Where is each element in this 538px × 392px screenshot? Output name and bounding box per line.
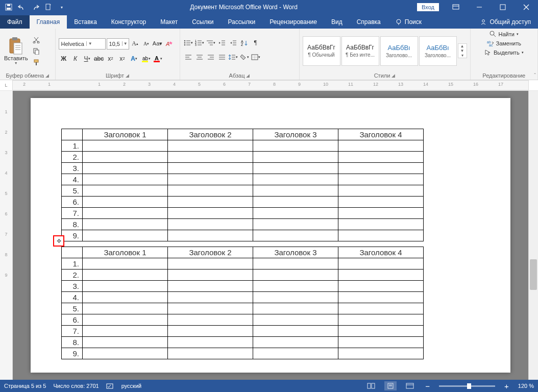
table-row-num[interactable]: 1. (62, 258, 83, 270)
qat-customize-icon[interactable]: ▾ (56, 2, 67, 13)
undo-icon[interactable] (16, 2, 28, 13)
status-words[interactable]: Число слов: 2701 (53, 383, 99, 389)
italic-button[interactable]: К (70, 54, 81, 64)
table-row-num[interactable]: 5. (62, 303, 83, 314)
select-button[interactable]: Выделить▾ (483, 48, 525, 57)
page-scroll[interactable]: Заголовок 1Заголовок 2Заголовок 3Заголов… (13, 91, 528, 380)
view-read-icon[interactable] (365, 381, 377, 390)
grow-font-icon[interactable]: A▴ (130, 39, 140, 49)
change-case-icon[interactable]: Aa▾ (153, 39, 163, 49)
table-row-num[interactable]: 8. (62, 219, 83, 230)
tab-help[interactable]: Справка (350, 15, 388, 29)
table-header[interactable]: Заголовок 2 (168, 129, 253, 140)
superscript-icon[interactable]: x2 (117, 54, 128, 64)
clear-format-icon[interactable]: A (164, 39, 174, 49)
style-heading1[interactable]: АаБбВıЗаголово... (380, 36, 418, 66)
borders-icon[interactable]: ▾ (251, 52, 261, 62)
tab-insert[interactable]: Вставка (67, 15, 104, 29)
tab-layout[interactable]: Макет (153, 15, 185, 29)
minimize-icon[interactable] (468, 0, 491, 14)
paste-button[interactable]: Вставить ▼ (3, 36, 29, 66)
show-marks-icon[interactable]: ¶ (251, 38, 261, 48)
cut-icon[interactable] (31, 35, 41, 45)
tab-review[interactable]: Рецензирование (262, 15, 324, 29)
table-row-num[interactable]: 6. (62, 197, 83, 208)
numbering-icon[interactable]: 123▾ (194, 38, 205, 48)
zoom-slider[interactable] (439, 385, 495, 387)
table-row-num[interactable]: 7. (62, 326, 83, 337)
table-row-num[interactable]: 3. (62, 163, 83, 174)
table-row-num[interactable]: 2. (62, 152, 83, 163)
table-row-num[interactable]: 9. (62, 348, 83, 359)
table-row-num[interactable]: 6. (62, 314, 83, 326)
tab-design[interactable]: Конструктор (104, 15, 153, 29)
zoom-level[interactable]: 120 % (518, 383, 534, 389)
vertical-ruler[interactable]: 123456789 (0, 91, 13, 380)
table-move-handle-icon[interactable]: ✥ (53, 235, 64, 247)
status-page[interactable]: Страница 5 из 5 (4, 383, 46, 389)
styles-gallery-arrows[interactable]: ▲▼▾ (458, 43, 467, 58)
decrease-indent-icon[interactable] (217, 38, 227, 48)
login-button[interactable]: Вход (417, 3, 439, 11)
shrink-font-icon[interactable]: A▾ (141, 39, 152, 49)
table-row-num[interactable]: 7. (62, 208, 83, 219)
bullets-icon[interactable]: ▾ (183, 38, 193, 48)
table-header[interactable]: Заголовок 3 (253, 247, 338, 258)
status-language[interactable]: русский (121, 383, 141, 389)
table-row-num[interactable]: 4. (62, 292, 83, 303)
spellcheck-icon[interactable] (106, 382, 114, 389)
table-row-num[interactable]: 1. (62, 140, 83, 152)
close-icon[interactable] (515, 0, 538, 14)
clipboard-launcher-icon[interactable]: ◢ (45, 73, 49, 78)
styles-launcher-icon[interactable]: ◢ (392, 73, 395, 78)
vertical-scrollbar[interactable] (528, 91, 538, 380)
redo-icon[interactable] (30, 2, 41, 13)
view-print-icon[interactable] (384, 381, 397, 390)
multilevel-icon[interactable]: ▾ (206, 38, 216, 48)
justify-icon[interactable] (217, 52, 227, 62)
replace-button[interactable]: abacЗаменить (486, 39, 522, 47)
table-1[interactable]: Заголовок 1Заголовок 2Заголовок 3Заголов… (61, 129, 424, 241)
underline-button[interactable]: Ч▾ (82, 54, 92, 64)
paragraph-launcher-icon[interactable]: ◢ (246, 73, 250, 78)
tell-me-search[interactable]: Поиск (388, 15, 429, 29)
align-left-icon[interactable] (183, 52, 193, 62)
tab-home[interactable]: Главная (30, 15, 67, 29)
text-effects-icon[interactable]: A▾ (129, 54, 139, 64)
ruler-corner[interactable]: L (0, 83, 12, 88)
style-normal[interactable]: АаБбВвГг¶ Обычный (303, 36, 340, 66)
increase-indent-icon[interactable] (228, 38, 238, 48)
highlight-icon[interactable]: ab▾ (141, 54, 151, 64)
subscript-icon[interactable]: x2 (106, 54, 116, 64)
save-icon[interactable] (3, 2, 14, 13)
sort-icon[interactable]: AZ (239, 38, 250, 48)
zoom-in-icon[interactable]: + (502, 382, 511, 390)
table-header[interactable]: Заголовок 1 (83, 129, 168, 140)
align-right-icon[interactable] (206, 52, 216, 62)
tab-mailings[interactable]: Рассылки (221, 15, 262, 29)
ribbon-display-icon[interactable] (444, 0, 468, 14)
horizontal-ruler[interactable]: 211234567891011121314151617 (12, 80, 529, 90)
view-web-icon[interactable] (404, 381, 416, 390)
zoom-out-icon[interactable]: − (423, 382, 432, 390)
bold-button[interactable]: Ж (59, 54, 69, 64)
table-row-num[interactable]: 2. (62, 270, 83, 281)
tab-file[interactable]: Файл (0, 15, 30, 29)
page[interactable]: Заголовок 1Заголовок 2Заголовок 3Заголов… (31, 98, 510, 373)
table-header[interactable]: Заголовок 4 (338, 129, 424, 140)
table-row-num[interactable]: 4. (62, 174, 83, 185)
table-row-num[interactable]: 9. (62, 230, 83, 241)
table-2[interactable]: Заголовок 1Заголовок 2Заголовок 3Заголов… (61, 247, 424, 359)
tab-references[interactable]: Ссылки (185, 15, 221, 29)
collapse-ribbon-icon[interactable]: ˆ (534, 72, 536, 79)
scrollbar-thumb[interactable] (530, 259, 537, 290)
copy-icon[interactable] (31, 46, 41, 56)
table-header[interactable]: Заголовок 1 (83, 247, 168, 258)
table-row-num[interactable]: 5. (62, 185, 83, 197)
style-heading2[interactable]: АаБбВıЗаголово... (419, 36, 457, 66)
line-spacing-icon[interactable]: ▾ (228, 52, 238, 62)
font-name-combo[interactable]: Helvetica▼ (59, 38, 106, 50)
strike-icon[interactable]: abc (94, 54, 104, 64)
tab-view[interactable]: Вид (324, 15, 350, 29)
shading-icon[interactable]: ▾ (239, 52, 250, 62)
